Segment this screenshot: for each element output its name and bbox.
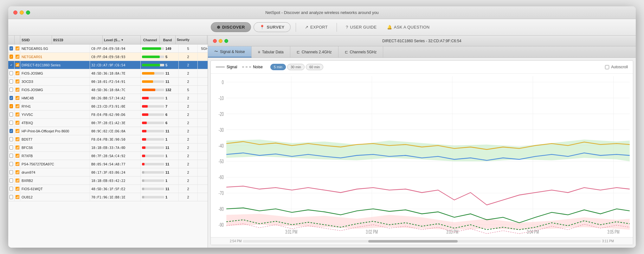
th-wifi: [15, 36, 20, 44]
survey-button[interactable]: 📍 SURVEY: [254, 22, 291, 32]
ssid-cell: NETGEAR01: [20, 53, 90, 61]
time-5min-button[interactable]: 5 min: [270, 64, 286, 70]
network-row[interactable]: 📶YVV5CF8:E4:FB:62:90:D662: [8, 110, 208, 119]
network-checkbox[interactable]: [8, 135, 15, 143]
scrollbar-thumb[interactable]: [368, 240, 458, 243]
band-cell: [198, 53, 208, 61]
network-row[interactable]: 📶PS4-756727D5A97CB0:05:94:54:A8:77112: [8, 160, 208, 168]
band-cell: [198, 152, 208, 160]
network-row[interactable]: 📶BXRB218:1B:EB:03:42:2212: [8, 177, 208, 185]
band-cell: 5GHz: [198, 44, 208, 52]
network-checkbox[interactable]: [8, 160, 15, 168]
autoscroll-checkbox[interactable]: [605, 65, 609, 69]
svg-text:0: 0: [222, 79, 224, 85]
network-row[interactable]: 📶R7XFB00:7F:28:5A:C4:9212: [8, 152, 208, 160]
level-cell: 11: [141, 69, 179, 77]
network-row[interactable]: 📶3OCD300:18:01:F2:54:91112: [8, 77, 208, 86]
network-checkbox[interactable]: [8, 69, 15, 77]
noise-legend-label: Noise: [253, 65, 263, 69]
svg-text:-50: -50: [219, 158, 224, 164]
network-row[interactable]: ✓📶NETGEAR01C0:FF:D4:E9:58:9352: [8, 53, 208, 61]
network-checkbox[interactable]: [8, 86, 15, 94]
wifi-icon: 📶: [15, 94, 20, 102]
network-checkbox[interactable]: [8, 152, 15, 160]
svg-text:-60: -60: [219, 174, 224, 180]
band-cell: [198, 86, 208, 94]
network-row[interactable]: ✓📶DIRECT-81C1860 Series32:CD:A7:9F:C6:54…: [8, 61, 208, 69]
bssid-cell: 32:CD:A7:9F:C6:54: [90, 61, 141, 69]
tab-channels-24[interactable]: ⊏ Channels 2.4GHz: [290, 46, 338, 57]
bssid-cell: 48:5D:36:1F:5F:E2: [90, 185, 141, 193]
network-row[interactable]: 📶FiOS-JOSMG48:5D:36:18:8A:7E112: [8, 69, 208, 77]
svg-text:3:01 PM: 3:01 PM: [285, 229, 297, 235]
network-row[interactable]: ✓📶HP-Print-0A-Officejet Pro 860000:9C:02…: [8, 127, 208, 135]
sort-icon: ▼: [121, 38, 124, 42]
network-checkbox[interactable]: [8, 193, 15, 201]
wifi-icon: 📶: [15, 135, 20, 143]
tab-signal-noise-label: Signal & Noise: [220, 50, 245, 54]
network-checkbox[interactable]: [8, 144, 15, 151]
tab-tabular-data[interactable]: ≡ Tabular Data: [252, 46, 290, 57]
bssid-cell: C0:FF:D4:E9:58:93: [90, 53, 141, 61]
network-checkbox[interactable]: ✓: [8, 127, 15, 135]
time-30min-button[interactable]: 30 min: [287, 64, 305, 70]
network-row[interactable]: 📶FiOS-JOSMG48:5D:36:18:8A:7C1325: [8, 86, 208, 94]
network-checkbox[interactable]: ✓: [8, 44, 15, 52]
ssid-cell: FiOS-JOSMG: [20, 69, 90, 77]
wifi-icon: 📶: [15, 127, 20, 135]
discover-icon: ⊕: [217, 25, 221, 30]
network-checkbox[interactable]: ✓: [8, 102, 15, 110]
export-button[interactable]: ↗ EXPORT: [301, 25, 332, 30]
ssid-cell: 3OCD3: [20, 77, 90, 85]
channel-cell: 2: [179, 77, 198, 85]
level-cell: 6: [141, 119, 179, 127]
time-60min-button[interactable]: 60 min: [306, 64, 323, 70]
network-row[interactable]: 📶FiOS-61WQT48:5D:36:1F:5F:E2112: [8, 185, 208, 193]
band-cell: [198, 77, 208, 85]
network-checkbox[interactable]: [8, 77, 15, 85]
network-row[interactable]: 📶BFCS618:1B:EB:33:7A:0D112: [8, 144, 208, 152]
signal-line-indicator: [216, 67, 225, 67]
network-checkbox[interactable]: [8, 168, 15, 176]
time-buttons: 5 min 30 min 60 min: [270, 64, 323, 70]
ssid-cell: RYH1: [20, 102, 90, 110]
network-checkbox[interactable]: [8, 177, 15, 184]
level-cell: 7: [141, 102, 179, 110]
network-checkbox[interactable]: [8, 110, 15, 118]
level-cell: 1: [141, 135, 179, 143]
user-guide-button[interactable]: ? USER GUIDE: [342, 25, 380, 30]
network-checkbox[interactable]: ✓: [8, 61, 15, 69]
fullscreen-button[interactable]: [26, 10, 30, 15]
network-row[interactable]: 📶BD5T7F8:E4:FB:3E:90:5012: [8, 135, 208, 144]
network-list[interactable]: ✓📶NETGEAR01-5GC0:FF:D4:E9:58:9414955GHzW…: [8, 44, 208, 248]
network-checkbox[interactable]: ✓: [8, 94, 15, 102]
network-row[interactable]: ✓📶HMC4B00:26:B8:57:34:A212: [8, 94, 208, 102]
network-checkbox[interactable]: [8, 185, 15, 193]
level-cell: 11: [141, 77, 179, 85]
network-row[interactable]: ✓📶RYH100:23:CD:F3:91:0E72: [8, 102, 208, 110]
network-row[interactable]: 📶OU81270:F1:96:1E:B8:1E12: [8, 193, 208, 201]
minimize-button[interactable]: [20, 10, 24, 15]
tab-channels-5[interactable]: ⊏ Channels 5GHz: [338, 46, 383, 57]
tab-signal-noise[interactable]: 〜 Signal & Noise: [208, 46, 252, 57]
ssid-cell: NETGEAR01-5G: [20, 44, 90, 52]
detail-panel: DIRECT-81C1860 Series - 32:CD:A7:9F:C6:5…: [208, 36, 636, 248]
wifi-icon: 📶: [15, 77, 20, 85]
scrollbar-track[interactable]: [243, 240, 601, 243]
network-row[interactable]: 📶drum97400:17:3F:03:86:24112: [8, 168, 208, 177]
network-row[interactable]: ✓📶NETGEAR01-5GC0:FF:D4:E9:58:9414955GHzW…: [8, 44, 208, 53]
signal-noise-icon: 〜: [214, 49, 218, 54]
detail-fullscreen[interactable]: [224, 39, 228, 43]
network-checkbox[interactable]: ✓: [8, 53, 15, 61]
detail-close[interactable]: [213, 39, 217, 43]
discover-button[interactable]: ⊕ DISCOVER: [211, 22, 251, 32]
detail-minimize[interactable]: [219, 39, 222, 43]
bssid-cell: 00:18:01:F2:54:91: [90, 77, 141, 85]
signal-chart: 0 -10 -20 -30 -40 -50 -60 -70 -80 -90: [211, 76, 633, 235]
network-row[interactable]: 📶4TBXQ00:7F:28:E1:A2:3E62: [8, 119, 208, 127]
ask-question-label: ASK A QUESTION: [394, 25, 430, 30]
close-button[interactable]: [13, 10, 17, 15]
network-checkbox[interactable]: [8, 119, 15, 127]
ask-question-button[interactable]: 🔔 ASK A QUESTION: [383, 25, 434, 30]
band-cell: [198, 185, 208, 193]
